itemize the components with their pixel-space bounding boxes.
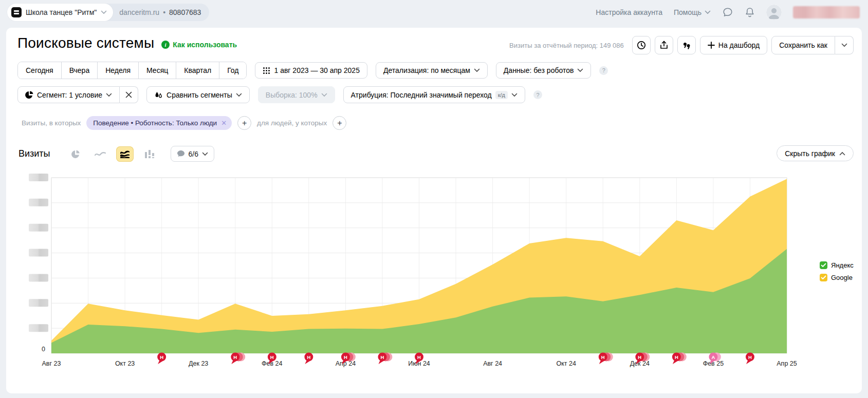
chart-controls: Визиты 6/6	[19, 146, 214, 162]
column-chart-icon	[145, 150, 154, 158]
export-button[interactable]	[655, 36, 673, 54]
visits-summary: Визиты за отчётный период: 149 086	[509, 42, 624, 49]
x-axis-label: Окт 24	[556, 360, 576, 367]
help-question-icon[interactable]: ?	[599, 66, 608, 75]
annotation-marker-Май-24[interactable]: Н	[378, 353, 392, 365]
attribution-dropdown[interactable]: Атрибуция: Последний значимый переход к/…	[343, 86, 525, 103]
data-mode-dropdown[interactable]: Данные: без роботов	[496, 62, 592, 79]
chat-icon[interactable]	[722, 7, 733, 18]
chart-type-pie-button[interactable]	[67, 146, 84, 162]
redacted-y-axis-label	[29, 249, 48, 257]
chart-type-columns-button[interactable]	[141, 146, 158, 162]
annotation-marker-Мар-24[interactable]: Н	[304, 353, 313, 365]
annotations-button[interactable]	[677, 36, 696, 54]
redacted-y-axis-label	[29, 224, 48, 232]
counter-pill[interactable]: Школа танцев "Ритм"	[7, 4, 113, 21]
period-filter-row: СегодняВчераНеделяМесяцКварталГод 1 авг …	[17, 62, 608, 79]
legend-checkbox[interactable]	[820, 274, 827, 281]
x-axis-label: Дек 23	[189, 360, 208, 367]
add-visit-condition-button[interactable]: +	[237, 116, 251, 130]
annotation-marker-Янв-25[interactable]: Н	[672, 353, 687, 365]
chart-svg[interactable]: 0Авг 23Окт 23Дек 23Фев 24Апр 24Июн 24Авг…	[22, 169, 844, 375]
counter-meta: danceritm.ru • 80807683	[113, 8, 209, 16]
legend-checkbox[interactable]	[820, 261, 827, 269]
history-button[interactable]	[632, 36, 651, 54]
add-people-condition-button[interactable]: +	[333, 116, 346, 130]
period-preset-2[interactable]: Неделя	[98, 62, 139, 79]
segment-clear-button[interactable]	[120, 86, 138, 103]
svg-text:Н: Н	[675, 354, 678, 360]
export-icon	[659, 40, 669, 50]
plus-icon	[708, 42, 715, 49]
x-axis-label: Окт 23	[115, 360, 135, 367]
period-preset-1[interactable]: Вчера	[62, 62, 98, 79]
chevron-up-icon	[839, 151, 845, 156]
sampling-dropdown[interactable]: Выборка: 100%	[258, 86, 335, 103]
svg-text:Н: Н	[748, 354, 752, 360]
legend-item-google[interactable]: Google	[820, 274, 854, 281]
info-icon: i	[161, 41, 170, 49]
chevron-down-icon	[841, 43, 847, 47]
segment-dropdown[interactable]: Сегмент: 1 условие	[17, 86, 120, 103]
chevron-down-icon	[577, 68, 583, 72]
segment-condition-chip[interactable]: Поведение • Роботность: Только люди ✕	[86, 116, 232, 130]
header-actions: Визиты за отчётный период: 149 086 На да…	[509, 36, 854, 54]
annotation-marker-Ноя-24[interactable]: Н	[599, 353, 613, 365]
annotation-marker-Мар-25[interactable]: Н	[746, 353, 754, 365]
date-range-label: 1 авг 2023 — 30 апр 2025	[274, 66, 359, 74]
annotation-marker-Янв-24[interactable]: Н	[231, 353, 245, 365]
redacted-y-axis-label	[29, 199, 48, 206]
notes-filter-dropdown[interactable]: 6/6	[171, 146, 214, 162]
period-preset-0[interactable]: Сегодня	[18, 62, 62, 79]
detail-label: Детализация: по месяцам	[383, 66, 470, 74]
chip-remove-icon[interactable]: ✕	[221, 119, 227, 127]
x-axis-label: Авг 23	[42, 360, 61, 367]
redacted-y-axis-label	[29, 324, 48, 332]
svg-text:Н: Н	[233, 354, 237, 360]
period-presets: СегодняВчераНеделяМесяцКварталГод	[17, 62, 247, 79]
redacted-username	[793, 6, 860, 18]
chart-type-line-button[interactable]	[91, 146, 109, 162]
how-to-use-link[interactable]: i Как использовать	[161, 41, 237, 49]
annotation-marker-Ноя-23[interactable]: Н	[157, 353, 166, 365]
avatar[interactable]	[766, 5, 782, 20]
visits-summary-label: Визиты за отчётный период:	[509, 42, 598, 49]
segment-button-group: Сегмент: 1 условие	[17, 86, 138, 103]
compare-drops-icon	[154, 91, 163, 99]
counter-domain: danceritm.ru	[119, 8, 159, 16]
comment-bubble-icon	[177, 150, 185, 158]
visits-stacked-area-chart[interactable]: 0Авг 23Окт 23Дек 23Фев 24Апр 24Июн 24Авг…	[22, 169, 844, 375]
save-as-button[interactable]: Сохранить как	[771, 36, 835, 54]
svg-text:Н: Н	[160, 354, 163, 360]
metric-label: Визиты	[19, 148, 50, 159]
legend-item-яндекс[interactable]: Яндекс	[820, 261, 854, 269]
svg-text:Н: Н	[307, 354, 310, 360]
notifications-bell-icon[interactable]	[745, 7, 755, 18]
detail-dropdown[interactable]: Детализация: по месяцам	[376, 62, 488, 79]
redacted-y-axis-label	[29, 274, 48, 281]
compare-segments-dropdown[interactable]: Сравнить сегменты	[146, 86, 250, 103]
svg-text:Н: Н	[270, 354, 274, 360]
add-to-dashboard-button[interactable]: На дашборд	[700, 36, 767, 54]
chevron-down-icon	[101, 10, 107, 14]
chart-type-stacked-area-button[interactable]	[116, 146, 134, 162]
period-preset-3[interactable]: Месяц	[139, 62, 176, 79]
notes-count: 6/6	[189, 150, 198, 158]
chevron-down-icon	[202, 152, 208, 156]
period-preset-5[interactable]: Год	[219, 62, 246, 79]
redacted-y-axis-label	[29, 174, 48, 181]
segment-label: Сегмент: 1 условие	[37, 91, 102, 99]
svg-text:Н: Н	[381, 354, 384, 360]
account-settings-link[interactable]: Настройка аккаунта	[596, 8, 662, 16]
hide-chart-button[interactable]: Скрыть график	[777, 145, 854, 161]
report-card: Поисковые системы i Как использовать Виз…	[6, 28, 862, 393]
date-range-button[interactable]: 1 авг 2023 — 30 апр 2025	[255, 62, 367, 79]
help-menu[interactable]: Помощь	[674, 8, 711, 16]
counter-selector[interactable]: Школа танцев "Ритм" danceritm.ru • 80807…	[7, 4, 209, 21]
report-header: Поисковые системы i Как использовать	[17, 35, 237, 51]
hide-chart-label: Скрыть график	[785, 149, 835, 158]
help-question-icon[interactable]: ?	[533, 90, 542, 99]
period-preset-4[interactable]: Квартал	[176, 62, 219, 79]
chevron-down-icon	[106, 93, 112, 97]
save-as-dropdown-button[interactable]	[835, 36, 854, 54]
